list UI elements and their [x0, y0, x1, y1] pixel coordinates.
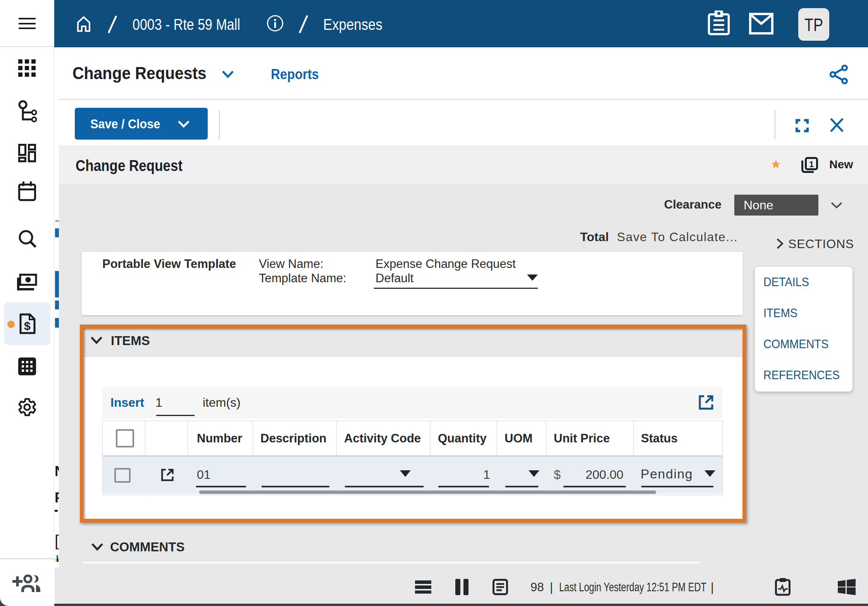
svg-text:$: $ [24, 319, 31, 332]
svg-text:1: 1 [809, 159, 814, 169]
